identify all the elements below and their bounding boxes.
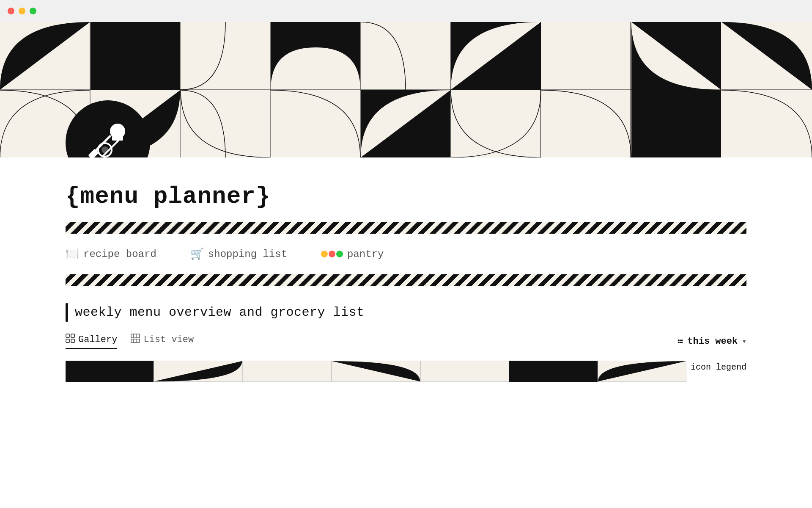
svg-rect-15	[451, 90, 541, 157]
svg-rect-13	[271, 90, 360, 157]
svg-point-36	[102, 146, 108, 153]
shopping-list-icon: 🛒	[190, 247, 204, 261]
view-tabs: Gallery List view	[66, 334, 207, 349]
svg-rect-38	[71, 334, 74, 337]
view-controls: Gallery List view ≔ this week	[66, 334, 746, 349]
recipe-board-icon: 🍽️	[66, 247, 79, 261]
svg-rect-39	[66, 339, 69, 342]
chevron-down-icon: ▾	[742, 337, 746, 346]
strip-cell-light-2	[243, 361, 332, 382]
recipe-board-label: recipe board	[83, 248, 156, 260]
svg-rect-40	[71, 339, 74, 342]
svg-rect-18	[721, 90, 812, 157]
list-view-tab-icon	[131, 334, 140, 345]
svg-rect-7	[541, 22, 631, 90]
strip-cell-light-1	[154, 361, 242, 382]
svg-rect-37	[66, 334, 69, 337]
minimize-button[interactable]	[19, 8, 25, 14]
shopping-list-label: shopping list	[208, 248, 287, 260]
section-heading: weekly menu overview and grocery list	[66, 303, 746, 322]
legend-partial: icon legend	[686, 361, 746, 382]
nav-recipe-board[interactable]: 🍽️ recipe board	[66, 247, 156, 261]
list-view-tab-label: List view	[143, 334, 194, 345]
page-title: {menu planner}	[66, 183, 746, 210]
gallery-tab-icon	[66, 334, 75, 345]
nav-pantry[interactable]: pantry	[321, 248, 384, 260]
section-bar-decoration	[66, 303, 68, 322]
nav-links: 🍽️ recipe board 🛒 shopping list pantry	[66, 247, 746, 261]
pantry-label: pantry	[347, 248, 384, 260]
tab-gallery[interactable]: Gallery	[66, 334, 117, 349]
svg-rect-17	[631, 90, 721, 157]
section-title: weekly menu overview and grocery list	[75, 305, 365, 320]
strip-cell-dark-2	[509, 361, 597, 382]
pantry-icon	[321, 251, 343, 257]
close-button[interactable]	[8, 8, 14, 14]
gallery-tab-label: Gallery	[78, 334, 117, 345]
strip-cell-light-5	[598, 361, 686, 382]
legend-label: icon legend	[691, 362, 746, 372]
filter-control[interactable]: ≔ this week ▾	[678, 336, 746, 347]
main-content: {menu planner} 🍽️ recipe board 🛒 shoppin…	[0, 157, 812, 399]
strip-cell-light-3	[332, 361, 420, 382]
filter-label: this week	[687, 336, 738, 347]
svg-rect-2	[91, 22, 180, 90]
hero-banner	[0, 22, 812, 157]
strip-cell-light-4	[420, 361, 509, 382]
nav-shopping-list[interactable]: 🛒 shopping list	[190, 247, 287, 261]
divider-bottom	[66, 274, 746, 286]
svg-rect-41	[131, 334, 140, 338]
divider-top	[66, 222, 746, 234]
bottom-strip: icon legend	[66, 361, 746, 382]
svg-rect-42	[131, 339, 140, 342]
strip-cell-dark-1	[66, 361, 154, 382]
svg-rect-16	[541, 90, 631, 157]
tab-list-view[interactable]: List view	[131, 334, 194, 349]
filter-icon: ≔	[678, 336, 683, 347]
titlebar	[0, 0, 812, 22]
maximize-button[interactable]	[30, 8, 36, 14]
